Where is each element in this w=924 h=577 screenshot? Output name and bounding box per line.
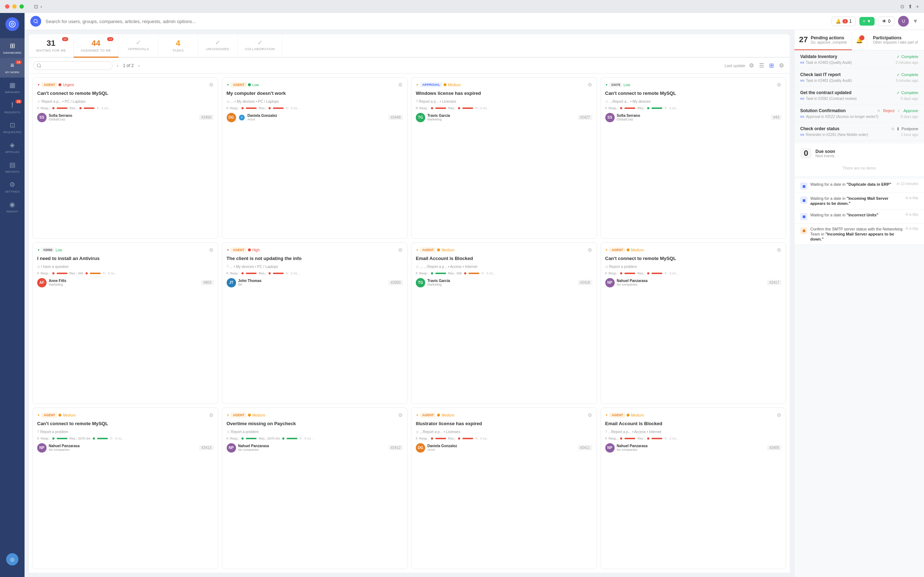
card-1[interactable]: ▼ AGENT Low ⚙ My computer doesn't work ⊙… — [222, 77, 408, 239]
svg-point-1 — [11, 23, 14, 26]
sidebar-item-reports[interactable]: ▤ REPORTS — [0, 157, 24, 177]
sidebar-item-requests[interactable]: ! REQUESTS 23 — [0, 97, 24, 118]
card-settings-2[interactable]: ⚙ — [588, 82, 592, 88]
tab-tasks[interactable]: 4 TASKS — [158, 34, 198, 57]
card-settings-8[interactable]: ⚙ — [209, 412, 214, 418]
settings-btn[interactable]: ⚙ — [777, 61, 785, 70]
panel-tab-participations[interactable]: Participations Other requests I take par… — [867, 30, 924, 50]
refresh-icon-8: ↻ — [110, 437, 113, 440]
grid-view-btn[interactable]: ⊞ — [768, 61, 775, 70]
action-time-3: 8 days ago — [901, 115, 918, 119]
sidebar-item-settings[interactable]: ⚙ SETTINGS — [0, 177, 24, 197]
fresp-dot-9 — [241, 437, 244, 440]
search-icon-btn[interactable] — [30, 16, 41, 27]
action-item-4[interactable]: Check order status ⊘ ℹ Postpone ≡≡ Remin… — [795, 122, 924, 141]
priority-label-1: Low — [252, 83, 259, 87]
user-avatar-topbar[interactable]: U — [898, 16, 909, 27]
card-settings-4[interactable]: ⚙ — [209, 247, 214, 253]
bell-badge — [859, 35, 864, 40]
tab-assigned[interactable]: 13 44 ASSIGNED TO ME — [74, 34, 119, 58]
status-label-0: Complete — [901, 55, 918, 59]
card-2[interactable]: ▼ APPROVAL Medium ⚙ Windows license has … — [411, 77, 597, 239]
waiting-item-3[interactable]: ◼ Confirm the SMTP server status with th… — [795, 224, 924, 245]
waiting-item-0[interactable]: ◼ Waiting for a date in "Duplicate data … — [795, 179, 924, 193]
sidebar-item-requested[interactable]: ⊡ REQUESTED — [0, 118, 24, 137]
sidebar-toggle-btn[interactable]: ⊡ — [34, 3, 38, 10]
waiting-item-2[interactable]: ◼ Waiting for a date in "Incorrect Units… — [795, 210, 924, 224]
filter-btn[interactable]: ⚙ — [748, 61, 756, 70]
tab-unassigned[interactable]: ✓ UNASSIGNED — [198, 34, 238, 57]
reject-btn-3[interactable]: Reject — [883, 108, 894, 113]
action-item-2[interactable]: Get the contract updated ✓ Complete ≡≡ T… — [795, 87, 924, 105]
card-settings-0[interactable]: ⚙ — [209, 82, 214, 88]
card-settings-5[interactable]: ⚙ — [398, 247, 403, 253]
sidebar: ⊞ DASHBOARD ≡ MY WORK 13 ▦ MANAGER ! REQ… — [0, 13, 24, 577]
action-item-3[interactable]: Solution Confirmation ✕ Reject ✓ Approve… — [795, 105, 924, 122]
waiting-text-1: Waiting for a date in "Incoming Mail Ser… — [810, 196, 903, 206]
share-btn[interactable]: ⬆ — [908, 3, 913, 10]
prev-page-btn[interactable]: ‹ — [115, 61, 120, 69]
card-user-0: SS Sofia Serrano GlobalCorp — [37, 113, 72, 122]
search-input[interactable] — [45, 19, 827, 24]
card-9[interactable]: ▼ AGENT Medium ⚙ Overtime missing on Pay… — [222, 408, 408, 569]
fresp-dot-11 — [620, 437, 622, 440]
card-settings-3[interactable]: ⚙ — [777, 82, 782, 88]
card-8[interactable]: ▼ AGENT Medium ⚙ Can't connect to remote… — [32, 408, 218, 569]
card-search-input[interactable] — [33, 61, 113, 70]
time-label-0: 5 mi... — [102, 106, 111, 110]
view-toggle-btn[interactable]: 👁 0 — [878, 16, 894, 26]
card-footer-11: NP Nahuel Panzarasa No companies #2405 — [605, 443, 782, 453]
card-settings-9[interactable]: ⚙ — [398, 412, 403, 418]
card-user-5: JT John Thomas BK — [227, 278, 262, 287]
user-menu-icon[interactable]: ▼ — [913, 18, 918, 24]
priority-label-7: Medium — [631, 248, 644, 252]
sidebar-item-mywork[interactable]: ≡ MY WORK 13 — [0, 58, 24, 77]
close-dot[interactable] — [5, 4, 10, 9]
card-settings-11[interactable]: ⚙ — [777, 412, 782, 418]
action-item-1[interactable]: Check last IT report ✓ Complete ≡≡ Task … — [795, 69, 924, 87]
card-3[interactable]: ▼ 23476 Low ⚙ Can't connect to remote My… — [601, 77, 787, 239]
waiting-time-3: in a day — [906, 226, 918, 230]
notification-btn[interactable]: 🔔 1 1 — [832, 16, 856, 26]
card-10[interactable]: ▼ AGENT Medium ⚙ Illustrator license has… — [411, 408, 597, 569]
card-5[interactable]: ▼ AGENT High ⚙ The client is not updatin… — [222, 242, 408, 404]
maximize-dot[interactable] — [19, 4, 24, 9]
card-settings-1[interactable]: ⚙ — [398, 82, 403, 88]
sidebar-item-articles[interactable]: ◈ ARTICLES — [0, 137, 24, 157]
action-time-2: 5 days ago — [901, 97, 918, 101]
action-item-0[interactable]: Validate Inventory ✓ Complete ≡≡ Task in… — [795, 50, 924, 69]
sidebar-item-dashboard[interactable]: ⊞ DASHBOARD — [0, 38, 24, 58]
bell-icon[interactable]: 🔔 — [856, 37, 863, 44]
card-6[interactable]: ▼ AGENT Medium ⚙ Email Account is Blocke… — [411, 242, 597, 404]
waiting-list: ◼ Waiting for a date in "Duplicate data … — [795, 179, 924, 245]
sidebar-item-manager[interactable]: ▦ MANAGER — [0, 77, 24, 97]
list-view-btn[interactable]: ☰ — [758, 61, 766, 70]
panel-tab-pending[interactable]: 27 Pending actions Do, approve, complete — [795, 30, 852, 50]
sidebar-item-insight[interactable]: ◉ INSIGHT — [0, 197, 24, 217]
tab-waiting[interactable]: 12 31 WAITING FOR ME — [29, 34, 74, 57]
back-btn[interactable]: ‹ — [40, 3, 42, 10]
card-settings-7[interactable]: ⚙ — [777, 247, 782, 253]
new-tab-btn[interactable]: + — [916, 3, 919, 10]
app-logo[interactable] — [5, 17, 19, 31]
download-btn[interactable]: ⊙ — [900, 3, 905, 10]
refresh-icon-3: ↻ — [664, 106, 667, 110]
card-7[interactable]: ▼ AGENT Medium ⚙ Can't connect to remote… — [601, 242, 787, 404]
card-settings-6[interactable]: ⚙ — [588, 247, 592, 253]
card-footer-7: NP Nahuel Panzarasa No companies #2417 — [605, 278, 782, 287]
approve-btn-3[interactable]: Approve — [903, 108, 918, 113]
res-label-10: Res.: — [448, 437, 456, 440]
plus-btn[interactable]: + ▼ — [859, 17, 875, 26]
user-info-5: John Thomas BK — [238, 279, 262, 286]
waiting-item-1[interactable]: ◼ Waiting for a date in "Incoming Mail S… — [795, 193, 924, 210]
tab-approvals[interactable]: ✓ APPROVALS — [119, 34, 158, 57]
tab-collaboration[interactable]: ✓ COLLABORATION — [238, 34, 282, 57]
card-4[interactable]: ▼ #2050 Low ⚙ I need to install an Antiv… — [32, 242, 218, 404]
next-page-btn[interactable]: › — [136, 61, 141, 69]
card-settings-10[interactable]: ⚙ — [588, 412, 592, 418]
postpone-btn-4[interactable]: Postpone — [901, 127, 918, 131]
card-11[interactable]: ▼ AGENT Medium ⚙ Email Account is Blocke… — [601, 408, 787, 569]
minimize-dot[interactable] — [12, 4, 16, 9]
sidebar-item-help[interactable]: ◎ — [6, 550, 18, 569]
card-0[interactable]: ▼ AGENT Urgent ⚙ Can't connect to remote… — [32, 77, 218, 239]
